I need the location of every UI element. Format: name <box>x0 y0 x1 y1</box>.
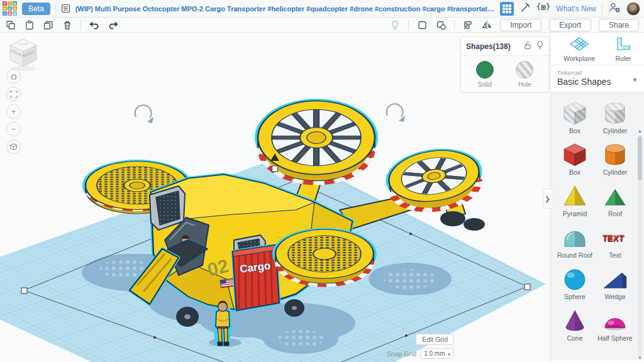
ungroup-icon[interactable] <box>435 19 447 31</box>
import-button[interactable]: Import <box>500 19 541 31</box>
divider <box>454 20 455 30</box>
cargo-container[interactable]: Cargo <box>233 245 279 310</box>
shape-tile-roof[interactable]: Roof <box>595 178 635 219</box>
shape-category-selector[interactable]: Tinkercad Basic Shapes ▼ <box>551 65 644 92</box>
copy-icon[interactable] <box>5 19 16 31</box>
beta-badge: Beta <box>22 3 50 15</box>
shape-tile-text[interactable]: TEXT TEXT Text <box>595 219 635 261</box>
edit-toolbar: Import Export Share <box>0 18 644 33</box>
align-icon[interactable] <box>462 19 474 31</box>
divider <box>408 20 409 30</box>
tips-pickaxe-icon[interactable] <box>519 2 531 16</box>
shape-tile-pyramid[interactable]: Pyramid <box>555 178 595 219</box>
design-title[interactable]: (WIP) Multi Purpose Octocopter MPO-2 Car… <box>75 5 496 13</box>
document-properties-icon[interactable] <box>61 4 70 13</box>
shape-tile-box[interactable]: Box <box>555 136 595 178</box>
unlock-icon[interactable] <box>524 41 531 52</box>
whats-new-link[interactable]: What's New <box>556 4 596 13</box>
rotate-handle-left[interactable] <box>135 105 153 123</box>
show-all-bulb-icon[interactable] <box>389 19 401 31</box>
shape-tile-partial[interactable] <box>555 344 595 360</box>
share-button[interactable]: Share <box>599 19 639 31</box>
viewport-3d[interactable]: 02 02 <box>0 33 550 362</box>
ruler-tool[interactable]: Ruler <box>615 36 631 62</box>
navigation-buttons: + − <box>6 69 21 154</box>
divider <box>55 4 56 14</box>
shape-tile-cylinder-hole[interactable]: Cylinder <box>595 95 635 136</box>
shape-tile-sphere[interactable]: Sphere <box>555 261 595 302</box>
shapes-inspector-panel: Shapes(138) Solid Hole <box>460 36 549 92</box>
paste-icon[interactable] <box>24 19 35 31</box>
shape-tile-partial[interactable] <box>595 344 635 360</box>
hole-pattern-dot[interactable] <box>516 61 533 79</box>
duplicate-icon[interactable] <box>43 19 54 31</box>
fit-view-button[interactable] <box>6 87 21 101</box>
edit-grid-button[interactable]: Edit Grid <box>416 334 454 345</box>
grid-controls: Edit Grid Snap Grid 1.0 mm▴ <box>387 334 454 359</box>
shape-library-sidebar: Workplane Ruler Tinkercad Basic Shapes ▼… <box>550 33 644 362</box>
shape-tile-round-roof[interactable]: Text Round Roof <box>555 219 595 261</box>
toolbar-right-cluster: Import Export Share <box>389 19 639 31</box>
solid-color-dot[interactable] <box>476 61 494 79</box>
solid-swatch[interactable]: Solid <box>476 61 494 88</box>
user-avatar[interactable] <box>626 2 640 16</box>
scroll-up-icon[interactable]: ▲ <box>638 128 643 134</box>
category-dropdown-icon[interactable]: ▼ <box>632 77 638 83</box>
undo-icon[interactable] <box>89 19 100 31</box>
zoom-in-button[interactable]: + <box>6 104 21 119</box>
hole-swatch[interactable]: Hole <box>516 61 533 88</box>
scrollbar-thumb[interactable] <box>638 136 642 180</box>
shapes-panel-title: Shapes(138) <box>466 42 524 51</box>
perspective-toggle-button[interactable] <box>6 140 21 154</box>
code-blocks-icon[interactable] <box>536 2 550 16</box>
tinkercad-logo[interactable]: T I N K E R C A D <box>3 1 17 16</box>
scroll-down-icon[interactable]: ▼ <box>638 355 643 361</box>
delete-icon[interactable] <box>62 19 73 31</box>
mirror-icon[interactable] <box>481 19 492 31</box>
sidebar-collapse-tab[interactable]: ❯ <box>543 189 552 209</box>
invite-person-icon[interactable] <box>608 2 621 16</box>
rotor-mid-front[interactable] <box>274 229 375 285</box>
shape-tile-box-hole[interactable]: Box <box>555 95 595 136</box>
apps-grid-button[interactable] <box>500 2 514 16</box>
gallery-scrollbar[interactable]: ▲ ▼ <box>636 127 643 362</box>
shape-tile-wedge[interactable]: Wedge <box>595 261 635 302</box>
home-view-button[interactable] <box>6 69 21 84</box>
rotor-right[interactable] <box>384 144 485 216</box>
export-button[interactable]: Export <box>549 19 591 31</box>
svg-text:TEXT: TEXT <box>602 233 625 243</box>
top-bar: T I N K E R C A D Beta (WIP) Multi Purpo… <box>0 0 644 18</box>
shape-tile-cylinder[interactable]: Cylinder <box>595 136 635 178</box>
shape-tile-half-sphere[interactable]: Half Sphere <box>595 302 635 344</box>
snap-grid-label: Snap Grid <box>387 350 416 358</box>
divider <box>80 20 81 30</box>
viewcube-top-label[interactable]: TOP <box>19 43 28 46</box>
workplane-tool[interactable]: Workplane <box>564 36 595 62</box>
show-hide-bulb-icon[interactable] <box>536 41 543 52</box>
divider <box>602 4 602 14</box>
topbar-right-cluster: What's New <box>500 2 641 16</box>
zoom-out-button[interactable]: − <box>6 122 21 136</box>
us-flag <box>220 278 234 288</box>
redo-icon[interactable] <box>108 19 119 31</box>
group-icon[interactable] <box>416 19 428 31</box>
snap-grid-select[interactable]: 1.0 mm▴ <box>420 348 454 359</box>
rotate-handle-right[interactable] <box>387 104 405 122</box>
shape-tile-cone[interactable]: Cone <box>555 302 595 344</box>
shape-gallery: Box Cylinder Box <box>551 92 644 360</box>
